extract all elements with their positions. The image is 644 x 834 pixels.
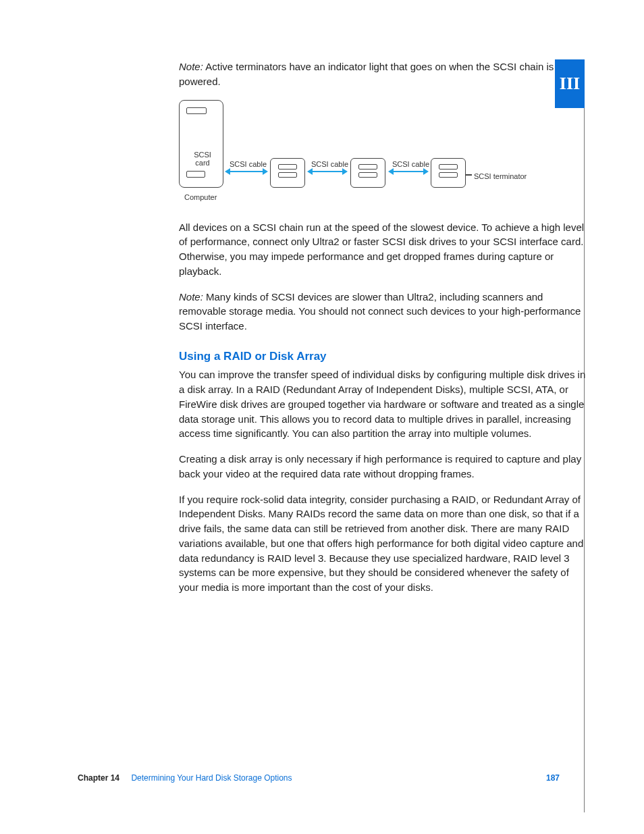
page-footer: Chapter 14 Determining Your Hard Disk St…	[78, 773, 577, 784]
note-label: Note:	[179, 61, 203, 72]
chapter-title: Determining Your Hard Disk Storage Optio…	[131, 773, 292, 783]
note-active-terminators: Note: Active terminators have an indicat…	[179, 59, 587, 89]
computer-icon: SCSI card	[179, 100, 223, 188]
paragraph-raid-perf: Creating a disk array is only necessary …	[179, 452, 587, 481]
connector-arrow-icon	[311, 171, 344, 172]
terminator-label: SCSI terminator	[474, 172, 527, 182]
note-label: Note:	[179, 291, 203, 303]
text-column: Note: Active terminators have an indicat…	[179, 59, 587, 595]
scsi-card-label-line1: SCSI	[194, 151, 211, 159]
cable-label-1: SCSI cable	[230, 159, 267, 170]
note-ultra2: Note: Many kinds of SCSI devices are slo…	[179, 290, 587, 334]
scsi-card-label-line2: card	[195, 159, 209, 167]
hard-disk-icon	[350, 158, 385, 188]
terminator-lead-icon	[465, 174, 472, 176]
connector-arrow-icon	[392, 171, 425, 172]
page-number: 187	[546, 773, 560, 784]
drive-bay-icon	[186, 107, 207, 114]
computer-label: Computer	[184, 192, 217, 203]
pci-card-icon	[186, 171, 205, 178]
paragraph-raid-integrity: If you require rock-solid data integrity…	[179, 492, 587, 595]
connector-arrow-icon	[229, 171, 264, 172]
scsi-card-label: SCSI card	[189, 151, 216, 167]
note-text: Active terminators have an indicator lig…	[179, 61, 554, 87]
paragraph-raid-intro: You can improve the transfer speed of in…	[179, 367, 587, 441]
section-heading-raid: Using a RAID or Disk Array	[179, 348, 587, 365]
page-body: Note: Active terminators have an indicat…	[78, 59, 577, 606]
hard-disk-icon	[270, 158, 305, 188]
note-text: Many kinds of SCSI devices are slower th…	[179, 291, 581, 332]
hard-disk-icon	[431, 158, 466, 188]
paragraph-scsi-speed: All devices on a SCSI chain run at the s…	[179, 220, 587, 279]
scsi-chain-diagram: SCSI card SCSI cable SCSI cable SCSI cab…	[179, 100, 557, 208]
chapter-number: Chapter 14	[78, 773, 119, 783]
